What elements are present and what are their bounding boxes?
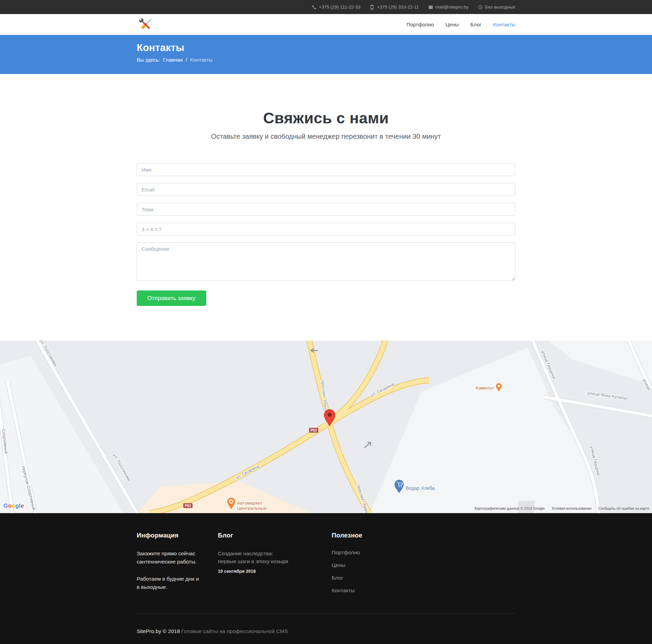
footer-column-info: Информация Закажите прямо сейчас сантехн… <box>137 532 218 600</box>
name-input[interactable] <box>137 163 515 176</box>
footer-copyright: SitePro.by © 2018 Готовые сайты на профе… <box>137 613 515 634</box>
topbar-phone-1-label: +375 (29) 111-22-33 <box>319 4 360 10</box>
map-canvas: ул. Толстикова ул. Толстикова Спортивный… <box>0 340 652 513</box>
footer-link-prices[interactable]: Цены <box>332 562 345 568</box>
svg-text:Р53: Р53 <box>185 504 191 508</box>
contact-form: Отправить заявку <box>137 163 515 306</box>
footer-blog-post-date: 10 сентября 2018 <box>218 569 332 574</box>
road-shield: Р53 <box>309 428 318 433</box>
topbar-phone-2[interactable]: +375 (29) 333-22-11 <box>370 4 419 10</box>
breadcrumb: Вы здесь: Главная / Контакты <box>137 57 515 63</box>
contact-heading: Свяжись с нами <box>137 109 515 127</box>
clock-icon <box>478 5 483 10</box>
footer-cms-note: Готовые сайты на профессиональной CMS <box>181 628 288 634</box>
svg-text:Р53: Р53 <box>311 429 317 432</box>
header: Портфолио Цены Блог Контакты <box>0 14 652 35</box>
google-map[interactable]: ул. Толстикова ул. Толстикова Спортивный… <box>0 340 652 513</box>
svg-text:улица Янки Купалы: улица Янки Купалы <box>587 391 627 401</box>
nav-item-portfolio[interactable]: Портфолио <box>406 22 434 27</box>
topbar-email[interactable]: mail@sitepro.by <box>428 4 469 10</box>
breadcrumb-separator: / <box>186 57 187 63</box>
footer-info-paragraph: Закажите прямо сейчас сантехнические раб… <box>137 549 200 566</box>
phone-icon <box>312 5 317 10</box>
footer-link-blog[interactable]: Блог <box>332 575 343 581</box>
breadcrumb-prefix: Вы здесь: <box>137 57 160 63</box>
footer-column-useful: Полезное Портфолио Цены Блог Контакты <box>332 532 515 600</box>
nav-item-blog[interactable]: Блог <box>470 22 481 27</box>
footer-blog-post-link[interactable]: Создание наследства: первые шаги в эпоху… <box>218 549 292 566</box>
tools-logo-icon <box>137 16 155 34</box>
oneway-arrow-icon <box>365 442 371 448</box>
footer-column-blog: Блог Создание наследства: первые шаги в … <box>218 532 332 600</box>
topbar: +375 (29) 111-22-33 +375 (29) 333-22-11 … <box>0 0 652 14</box>
site-logo[interactable] <box>137 14 155 35</box>
submit-button[interactable]: Отправить заявку <box>137 290 206 306</box>
contact-section: Свяжись с нами Оставьте заявку и свободн… <box>0 74 652 340</box>
topbar-phone-2-label: +375 (29) 333-22-11 <box>377 4 419 10</box>
svg-text:Центральный: Центральный <box>237 506 267 511</box>
footer-blog-title: Блог <box>218 532 332 539</box>
breadcrumb-current: Контакты <box>190 57 212 63</box>
footer-info-title: Информация <box>137 532 218 539</box>
topbar-email-label: mail@sitepro.by <box>435 4 469 10</box>
hero-banner: Контакты Вы здесь: Главная / Контакты <box>0 35 652 74</box>
svg-text:ул. Гагарина: ул. Гагарина <box>235 464 260 480</box>
footer-info-paragraph: Работаем в будние дни и в выходные. <box>137 575 200 591</box>
footer-useful-title: Полезное <box>332 532 515 539</box>
map-report-error-link[interactable]: Сообщить об ошибке на карте <box>598 506 649 510</box>
topbar-schedule-label: Без выходных <box>485 4 515 10</box>
main-nav: Портфолио Цены Блог Контакты <box>406 22 515 27</box>
footer-link-contacts[interactable]: Контакты <box>332 587 355 593</box>
mobile-icon <box>370 5 374 10</box>
page-title: Контакты <box>137 42 515 53</box>
google-logo[interactable]: Google <box>3 503 24 509</box>
map-terms-link[interactable]: Условия использования <box>552 506 592 510</box>
nav-item-prices[interactable]: Цены <box>445 22 459 27</box>
map-attribution: Картографические данные © 2018 Google Ус… <box>475 506 649 510</box>
footer-link-portfolio[interactable]: Портфолио <box>332 549 360 555</box>
subject-input[interactable] <box>137 203 515 216</box>
svg-text:Водар Хлеба: Водар Хлеба <box>406 485 435 491</box>
topbar-schedule: Без выходных <box>478 4 515 10</box>
nav-item-contacts[interactable]: Контакты <box>493 22 515 27</box>
email-input[interactable] <box>137 183 515 196</box>
captcha-input[interactable] <box>137 223 515 236</box>
contact-subheading: Оставьте заявку и свободный менеджер пер… <box>137 133 515 140</box>
svg-text:Автомаркет: Автомаркет <box>237 500 262 506</box>
breadcrumb-home-link[interactable]: Главная <box>163 57 183 63</box>
topbar-phone-1[interactable]: +375 (29) 111-22-33 <box>312 4 360 10</box>
road-shield: Р53 <box>183 503 193 508</box>
footer: Информация Закажите прямо сейчас сантехн… <box>0 513 652 644</box>
footer-brand: SitePro.by © 2018 <box>137 628 180 634</box>
envelope-icon <box>428 5 433 10</box>
map-block <box>370 347 600 513</box>
svg-text:Камелот: Камелот <box>476 385 494 391</box>
map-copyright: Картографические данные © 2018 Google <box>475 506 545 510</box>
message-textarea[interactable] <box>137 243 515 281</box>
